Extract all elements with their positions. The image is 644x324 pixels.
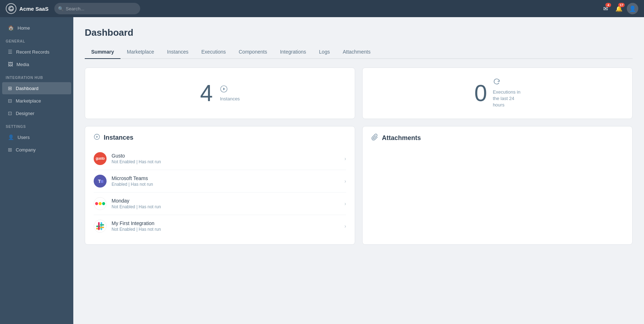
tab-components[interactable]: Components (232, 45, 274, 59)
attachments-icon (371, 134, 378, 143)
monday-chevron: › (344, 201, 346, 206)
monday-info: Monday Not Enabled | Has not run (112, 198, 344, 209)
sidebar-item-designer-label: Designer (16, 111, 34, 116)
sidebar-item-users-label: Users (18, 135, 30, 140)
sidebar-item-company[interactable]: ⊞ Company (2, 144, 71, 156)
sidebar-item-home-label: Home (18, 25, 30, 31)
svg-rect-7 (100, 180, 103, 183)
sidebar-section-settings: SETTINGS (0, 120, 73, 131)
designer-icon: ⊡ (8, 110, 12, 116)
notifications-button[interactable]: 🔔 17 (613, 3, 625, 14)
executions-stat-label: Executions inthe last 24hours (493, 89, 520, 109)
svg-marker-2 (223, 88, 225, 90)
sidebar-item-home[interactable]: 🏠 Home (2, 22, 71, 34)
search-wrapper: 🔍 (54, 3, 130, 14)
media-icon: 🖼 (8, 61, 13, 67)
mail-badge: 4 (605, 3, 611, 7)
play-icon (220, 85, 240, 95)
msteams-status: Enabled | Has not run (112, 182, 344, 187)
tab-integrations[interactable]: Integrations (274, 45, 313, 59)
instance-row-msteams[interactable]: T Microsoft Teams Enabled | Has not run … (94, 170, 346, 193)
company-icon: ⊞ (8, 147, 12, 153)
instances-count: 4 (200, 82, 213, 105)
bell-badge: 17 (618, 3, 625, 7)
svg-rect-18 (100, 226, 104, 228)
svg-point-0 (9, 6, 14, 11)
app-logo[interactable]: Acme SaaS (6, 3, 49, 14)
attachments-card: Attachments (362, 126, 633, 245)
topnav-actions: ✉ 4 🔔 17 👤 (600, 3, 638, 14)
sidebar-item-designer[interactable]: ⊡ Designer (2, 107, 71, 119)
msteams-logo: T (94, 175, 107, 188)
instances-stat-card: 4 Instances (85, 68, 355, 119)
user-avatar-button[interactable]: 👤 (627, 3, 638, 14)
instances-stat-label: Instances (220, 96, 240, 101)
dashboard-icon: ⊞ (8, 85, 12, 91)
svg-point-10 (102, 202, 105, 205)
gusto-logo: gusto (94, 152, 107, 165)
app-name: Acme SaaS (19, 6, 49, 12)
mail-button[interactable]: ✉ 4 (600, 3, 611, 14)
msteams-name: Microsoft Teams (112, 175, 344, 181)
refresh-icon (493, 78, 501, 88)
sidebar-item-media-label: Media (16, 62, 29, 67)
bottom-cards-row: Instances gusto Gusto Not Enabled | Has … (85, 126, 633, 245)
sidebar-section-general: GENERAL (0, 34, 73, 45)
instances-label-group: Instances (220, 85, 240, 101)
home-icon: 🏠 (8, 25, 14, 31)
tab-instances[interactable]: Instances (161, 45, 195, 59)
tab-executions[interactable]: Executions (195, 45, 232, 59)
sidebar-item-company-label: Company (16, 147, 36, 153)
sidebar-item-dashboard[interactable]: ⊞ Dashboard (2, 82, 71, 94)
sidebar-item-media[interactable]: 🖼 Media (2, 58, 71, 70)
monday-status: Not Enabled | Has not run (112, 204, 344, 209)
monday-logo (94, 197, 107, 210)
slack-status: Not Enabled | Has not run (112, 227, 344, 232)
marketplace-icon: ⊟ (8, 98, 12, 104)
instances-card-title: Instances (104, 134, 133, 141)
msteams-info: Microsoft Teams Enabled | Has not run (112, 175, 344, 187)
tabs-bar: Summary Marketplace Instances Executions… (85, 45, 633, 59)
attachments-card-header: Attachments (371, 134, 624, 143)
instances-card-header: Instances (94, 134, 346, 142)
users-icon: 👤 (8, 134, 14, 140)
svg-rect-16 (98, 226, 99, 230)
gusto-chevron: › (344, 156, 346, 161)
svg-rect-17 (100, 224, 104, 225)
instance-row-monday[interactable]: Monday Not Enabled | Has not run › (94, 193, 346, 215)
svg-point-8 (95, 202, 98, 205)
tab-summary[interactable]: Summary (85, 45, 121, 59)
topnav: Acme SaaS 🔍 ✉ 4 🔔 17 👤 (0, 0, 644, 17)
gusto-status: Not Enabled | Has not run (112, 159, 344, 164)
sidebar-item-marketplace-label: Marketplace (16, 98, 41, 104)
instance-row-slack[interactable]: My First Integration Not Enabled | Has n… (94, 215, 346, 237)
sidebar-item-dashboard-label: Dashboard (16, 86, 39, 91)
stat-cards-row: 4 Instances 0 (85, 68, 633, 119)
main-layout: 🏠 Home GENERAL ☰ Recent Records 🖼 Media … (0, 17, 644, 324)
recent-records-icon: ☰ (8, 49, 13, 55)
gusto-info: Gusto Not Enabled | Has not run (112, 153, 344, 164)
sidebar: 🏠 Home GENERAL ☰ Recent Records 🖼 Media … (0, 17, 73, 324)
instance-row-gusto[interactable]: gusto Gusto Not Enabled | Has not run › (94, 148, 346, 170)
search-input[interactable] (54, 3, 140, 14)
svg-point-9 (99, 202, 102, 205)
instances-list-card: Instances gusto Gusto Not Enabled | Has … (85, 126, 355, 245)
page-title: Dashboard (85, 27, 633, 38)
logo-icon (6, 3, 16, 14)
tab-logs[interactable]: Logs (313, 45, 336, 59)
tab-marketplace[interactable]: Marketplace (121, 45, 161, 59)
monday-name: Monday (112, 198, 344, 204)
tab-attachments[interactable]: Attachments (336, 45, 377, 59)
executions-label-group: Executions inthe last 24hours (493, 78, 520, 109)
attachments-card-title: Attachments (382, 134, 421, 142)
sidebar-item-users[interactable]: 👤 Users (2, 131, 71, 143)
svg-text:T: T (98, 179, 101, 184)
main-content: Dashboard Summary Marketplace Instances … (73, 17, 644, 324)
sidebar-item-marketplace[interactable]: ⊟ Marketplace (2, 95, 71, 107)
executions-stat-card: 0 Executions inthe last 24hours (362, 68, 633, 119)
slack-chevron: › (344, 223, 346, 229)
svg-marker-4 (97, 136, 98, 138)
slack-name: My First Integration (112, 220, 344, 226)
slack-logo (94, 220, 107, 233)
sidebar-item-recent-records[interactable]: ☰ Recent Records (2, 46, 71, 58)
